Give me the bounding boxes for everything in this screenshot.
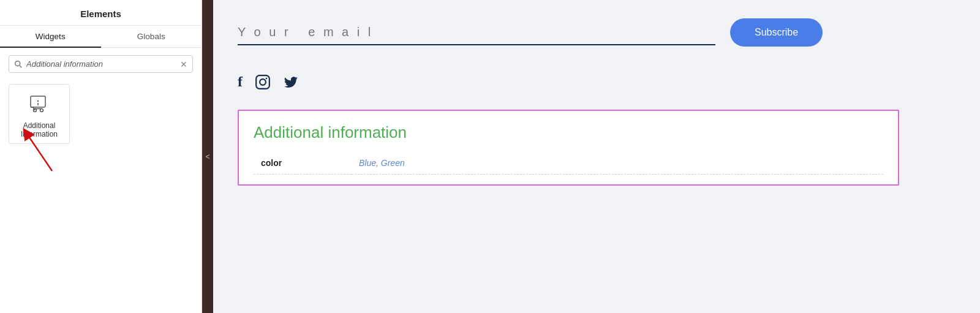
sidebar-title: Elements	[0, 0, 202, 26]
svg-point-0	[15, 61, 20, 66]
tab-widgets[interactable]: Widgets	[0, 26, 101, 47]
email-input-wrapper	[238, 20, 715, 45]
additional-info-table: color Blue, Green	[254, 152, 883, 175]
svg-point-3	[37, 100, 39, 102]
svg-point-12	[266, 77, 268, 79]
email-subscribe-row: Subscribe	[238, 18, 956, 54]
search-icon	[14, 60, 23, 69]
widgets-area: Additional Information	[0, 79, 202, 149]
instagram-icon[interactable]	[255, 74, 271, 90]
additional-info-title: Additional information	[254, 123, 883, 142]
social-icons-row: f	[238, 69, 956, 95]
table-cell-value: Blue, Green	[352, 152, 883, 175]
twitter-icon[interactable]	[283, 74, 299, 90]
table-cell-key: color	[254, 152, 352, 175]
main-content: Subscribe f Additional information color…	[213, 0, 980, 313]
svg-point-11	[260, 79, 266, 85]
clear-search-button[interactable]: ✕	[180, 60, 187, 69]
search-input[interactable]	[26, 59, 180, 69]
widget-icon	[26, 92, 52, 118]
collapse-icon: <	[205, 153, 209, 161]
tab-globals[interactable]: Globals	[101, 26, 202, 47]
table-row: color Blue, Green	[254, 152, 883, 175]
additional-info-icon	[27, 92, 51, 117]
sidebar: Elements Widgets Globals ✕	[0, 0, 202, 313]
additional-info-section: Additional information color Blue, Green	[238, 110, 899, 186]
facebook-icon[interactable]: f	[238, 74, 243, 90]
svg-line-1	[20, 66, 21, 67]
arrow-indicator	[21, 128, 58, 177]
sidebar-collapse-bar[interactable]: <	[202, 0, 213, 313]
sidebar-tabs: Widgets Globals	[0, 26, 202, 48]
svg-rect-10	[256, 75, 270, 89]
email-input[interactable]	[238, 25, 715, 39]
subscribe-button[interactable]: Subscribe	[730, 18, 823, 47]
search-bar: ✕	[9, 55, 193, 73]
svg-line-9	[26, 133, 52, 171]
additional-information-widget[interactable]: Additional Information	[9, 84, 70, 144]
